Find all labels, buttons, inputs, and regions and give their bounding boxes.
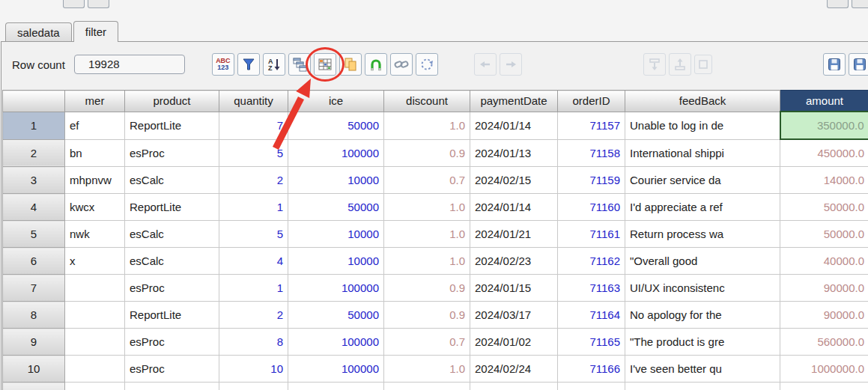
cell-customer[interactable]: bn: [65, 139, 125, 167]
empty-cell[interactable]: [65, 383, 125, 390]
cell-product[interactable]: ReportLite: [125, 112, 219, 139]
empty-cell[interactable]: [558, 383, 625, 390]
cell-quantity[interactable]: 2: [219, 167, 288, 194]
cell-customer[interactable]: [65, 356, 125, 383]
abc-123-button[interactable]: ABC 123: [212, 53, 234, 76]
cell-feedback[interactable]: Unable to log in de: [625, 112, 780, 139]
row-number-cell[interactable]: 10: [3, 356, 65, 383]
cell-order_id[interactable]: 71164: [558, 302, 625, 329]
cell-payment_date[interactable]: 2024/01/14: [470, 112, 558, 139]
cascade-button[interactable]: [288, 53, 311, 76]
cell-order_id[interactable]: 71165: [558, 329, 625, 356]
cell-customer[interactable]: [65, 329, 125, 356]
tab-filter[interactable]: filter: [73, 21, 118, 42]
cell-price[interactable]: 10000: [288, 248, 384, 275]
cell-price[interactable]: 100000: [288, 356, 384, 383]
cell-quantity[interactable]: 2: [219, 302, 288, 329]
cell-price[interactable]: 50000: [288, 302, 384, 329]
cell-discount[interactable]: 1.0: [384, 221, 470, 248]
split-left-button[interactable]: [643, 53, 666, 76]
row-number-cell[interactable]: [3, 383, 65, 390]
cell-customer[interactable]: ef: [65, 112, 125, 139]
header-discount[interactable]: discount: [384, 91, 470, 112]
cell-discount[interactable]: 1.0: [384, 248, 470, 275]
cell-order_id[interactable]: 71162: [558, 248, 625, 275]
cell-amount[interactable]: 450000.0: [780, 139, 868, 167]
cell-price[interactable]: 10000: [288, 221, 384, 248]
cell-discount[interactable]: 0.7: [384, 167, 470, 194]
cell-feedback[interactable]: I'd appreciate a ref: [625, 194, 780, 221]
empty-cell[interactable]: [125, 383, 219, 390]
header-product[interactable]: product: [125, 91, 219, 112]
top-partial-button[interactable]: [852, 0, 868, 8]
row-number-cell[interactable]: 5: [3, 221, 65, 248]
empty-cell[interactable]: [780, 383, 868, 390]
cell-order_id[interactable]: 71158: [558, 139, 625, 167]
cell-payment_date[interactable]: 2024/02/15: [470, 167, 558, 194]
cell-product[interactable]: esCalc: [125, 248, 219, 275]
header-price[interactable]: ice: [288, 91, 384, 112]
cell-amount[interactable]: 90000.0: [780, 302, 868, 329]
cell-order_id[interactable]: 71160: [558, 194, 625, 221]
cell-feedback[interactable]: Courier service da: [625, 167, 780, 194]
empty-cell[interactable]: [219, 383, 288, 390]
empty-cell[interactable]: [384, 383, 470, 390]
cell-payment_date[interactable]: 2024/01/02: [470, 329, 558, 356]
cell-discount[interactable]: 0.7: [384, 329, 470, 356]
forward-button[interactable]: [500, 53, 522, 76]
cell-product[interactable]: esProc: [125, 275, 219, 302]
cell-customer[interactable]: mhpnvw: [65, 167, 125, 194]
cell-discount[interactable]: 1.0: [384, 112, 470, 139]
cell-payment_date[interactable]: 2024/01/15: [470, 275, 558, 302]
cell-customer[interactable]: nwk: [65, 221, 125, 248]
empty-cell[interactable]: [288, 383, 384, 390]
cell-amount[interactable]: 1000000.0: [780, 356, 868, 383]
cell-discount[interactable]: 0.9: [384, 275, 470, 302]
magnet-button[interactable]: [365, 53, 387, 76]
cell-quantity[interactable]: 7: [219, 112, 288, 139]
cell-discount[interactable]: 1.0: [384, 356, 470, 383]
cell-payment_date[interactable]: 2024/01/21: [470, 221, 558, 248]
cell-product[interactable]: ReportLite: [125, 302, 219, 329]
row-number-cell[interactable]: 1: [3, 112, 65, 139]
cell-payment_date[interactable]: 2024/02/23: [470, 248, 558, 275]
row-number-cell[interactable]: 8: [3, 302, 65, 329]
cell-customer[interactable]: kwcx: [65, 194, 125, 221]
back-button[interactable]: [474, 53, 497, 76]
cell-product[interactable]: esCalc: [125, 167, 219, 194]
save-button[interactable]: [823, 53, 846, 76]
link-button[interactable]: [390, 53, 413, 76]
row-number-cell[interactable]: 6: [3, 248, 65, 275]
cell-amount[interactable]: 560000.0: [780, 329, 868, 356]
cell-customer[interactable]: [65, 302, 125, 329]
split-right-button[interactable]: [669, 53, 691, 76]
cell-feedback[interactable]: Return process wa: [625, 221, 780, 248]
cell-quantity[interactable]: 5: [219, 221, 288, 248]
cell-quantity[interactable]: 5: [219, 139, 288, 167]
header-customer[interactable]: mer: [65, 91, 125, 112]
cell-discount[interactable]: 1.0: [384, 194, 470, 221]
cell-price[interactable]: 100000: [288, 329, 384, 356]
cell-order_id[interactable]: 71159: [558, 167, 625, 194]
cell-amount[interactable]: 90000.0: [780, 275, 868, 302]
cell-payment_date[interactable]: 2024/01/14: [470, 194, 558, 221]
corner-header-cell[interactable]: [3, 91, 65, 112]
cell-product[interactable]: esProc: [125, 329, 219, 356]
header-quantity[interactable]: quantity: [219, 91, 288, 112]
cell-product[interactable]: ReportLite: [125, 194, 219, 221]
header-feedback[interactable]: feedBack: [625, 91, 780, 112]
cell-discount[interactable]: 0.9: [384, 139, 470, 167]
header-amount[interactable]: amount: [780, 91, 868, 112]
cell-customer[interactable]: [65, 275, 125, 302]
cell-order_id[interactable]: 71163: [558, 275, 625, 302]
grid-button[interactable]: [314, 53, 336, 76]
cell-quantity[interactable]: 10: [219, 356, 288, 383]
cell-feedback[interactable]: International shippi: [625, 139, 780, 167]
row-number-cell[interactable]: 4: [3, 194, 65, 221]
cell-price[interactable]: 100000: [288, 139, 384, 167]
refresh-button[interactable]: [416, 53, 438, 76]
top-partial-button[interactable]: [827, 0, 849, 8]
top-partial-button[interactable]: [88, 0, 109, 8]
cell-order_id[interactable]: 71157: [558, 112, 625, 139]
empty-cell[interactable]: [625, 383, 780, 390]
